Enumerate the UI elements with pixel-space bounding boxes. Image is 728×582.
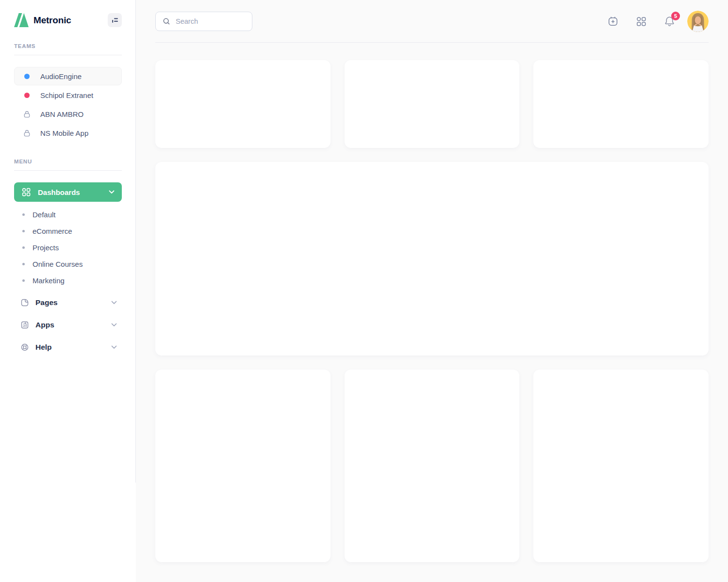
chevron-down-icon — [111, 323, 117, 327]
submenu-label: eCommerce — [33, 227, 72, 235]
bullet-icon — [22, 263, 25, 265]
menu-label: MENU — [14, 159, 122, 164]
team-item-schipol-extranet[interactable]: Schipol Extranet — [14, 86, 122, 104]
menu-item-pages[interactable]: Pages — [14, 291, 122, 314]
search-box[interactable] — [155, 12, 252, 31]
stat-card — [155, 60, 331, 148]
chevron-down-icon — [111, 301, 117, 305]
submenu-label: Marketing — [33, 276, 65, 285]
notifications-button[interactable]: 5 — [663, 15, 676, 27]
team-item-audioengine[interactable]: AudioEngine — [14, 67, 122, 85]
chevron-down-icon — [111, 345, 117, 349]
metronic-logo-icon — [14, 13, 29, 27]
submenu-item-online-courses[interactable]: Online Courses — [14, 256, 122, 272]
submenu-label: Online Courses — [33, 260, 83, 268]
user-avatar[interactable] — [687, 11, 709, 32]
sidebar: Metronic TEAMS AudioEngine — [0, 0, 136, 582]
submenu-item-projects[interactable]: Projects — [14, 239, 122, 256]
cards-row-bottom — [155, 370, 709, 562]
lock-icon — [23, 110, 31, 118]
stat-card — [345, 60, 520, 148]
content-card — [533, 370, 709, 562]
dashboards-submenu: Default eCommerce Projects Online Course… — [14, 206, 122, 289]
red-dot-icon — [24, 93, 30, 98]
bullet-icon — [22, 246, 25, 249]
menu-divider — [14, 170, 122, 171]
team-label: AudioEngine — [40, 72, 82, 81]
content-card — [155, 370, 331, 562]
menu-label-apps: Apps — [35, 321, 54, 329]
topbar: 5 — [155, 0, 709, 43]
app: Metronic TEAMS AudioEngine — [0, 0, 728, 582]
sidebar-toggle-button[interactable] — [108, 13, 122, 27]
stat-card — [533, 60, 709, 148]
team-item-abn-ambro[interactable]: ABN AMBRO — [14, 105, 122, 123]
team-label: Schipol Extranet — [40, 91, 93, 99]
bullet-icon — [22, 230, 25, 232]
team-label: NS Mobile App — [40, 129, 88, 137]
teams-label: TEAMS — [14, 43, 122, 49]
team-item-ns-mobile-app[interactable]: NS Mobile App — [14, 124, 122, 142]
submenu-label: Projects — [33, 243, 59, 252]
sidebar-right-divider — [135, 0, 136, 483]
bullet-icon — [22, 213, 25, 216]
menu-item-help[interactable]: Help — [14, 336, 122, 358]
search-icon — [162, 17, 171, 26]
content-card — [345, 370, 520, 562]
lock-icon — [23, 129, 31, 137]
notification-badge: 5 — [671, 12, 680, 20]
menu-item-dashboards[interactable]: Dashboards — [14, 182, 122, 202]
toggle-lines-icon — [111, 16, 119, 24]
logo-text: Metronic — [33, 15, 71, 26]
calendar-add-icon — [607, 16, 619, 27]
chevron-down-icon — [109, 190, 115, 194]
dashboards-label: Dashboards — [38, 188, 80, 196]
dashboards-grid-icon — [21, 187, 31, 197]
team-label: ABN AMBRO — [40, 110, 83, 118]
apps-grid-button[interactable] — [635, 16, 647, 27]
submenu-label: Default — [33, 210, 56, 219]
search-input[interactable] — [176, 17, 246, 25]
lifebuoy-icon — [20, 343, 29, 352]
main-content: 5 — [136, 0, 728, 582]
teams-list: AudioEngine Schipol Extranet ABN AMBRO — [14, 67, 122, 143]
topbar-actions: 5 — [607, 11, 709, 32]
main-panel-card — [155, 162, 709, 356]
calendar-add-button[interactable] — [607, 16, 619, 27]
chart-icon — [20, 321, 29, 329]
brand-logo[interactable]: Metronic — [14, 13, 71, 27]
menu-item-apps[interactable]: Apps — [14, 314, 122, 336]
submenu-item-default[interactable]: Default — [14, 206, 122, 223]
submenu-item-ecommerce[interactable]: eCommerce — [14, 223, 122, 239]
bullet-icon — [22, 279, 25, 282]
cards-row-top — [155, 60, 709, 148]
page-icon — [20, 298, 29, 307]
submenu-item-marketing[interactable]: Marketing — [14, 272, 122, 289]
menu-label-pages: Pages — [35, 298, 58, 307]
menu-sections: Pages Apps — [14, 291, 122, 358]
teams-divider — [14, 55, 122, 55]
logo-row: Metronic — [14, 13, 122, 27]
blue-dot-icon — [24, 74, 30, 79]
apps-grid-icon — [635, 16, 647, 27]
menu-label-help: Help — [35, 343, 52, 352]
